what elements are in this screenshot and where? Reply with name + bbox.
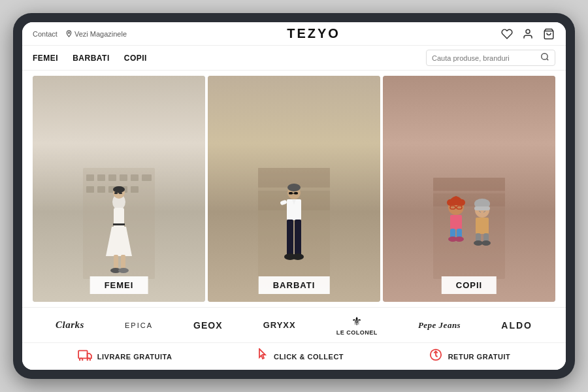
cart-icon[interactable] [542,27,555,41]
category-grid: FEMEI [22,71,566,307]
svg-rect-21 [119,192,122,194]
svg-point-33 [287,184,301,191]
svg-point-19 [113,186,125,193]
svg-rect-39 [287,220,293,255]
tablet-screen: Contact Vezi Magazinele TEZYO [22,22,566,370]
svg-rect-63 [476,218,489,234]
footer-livrare: LIVRARE GRATUITA [78,349,172,364]
brand-strip: Clarks EPICA GEOX GRYXX ⚜ LE COLONEL Pep… [22,307,566,343]
store-link[interactable]: Vezi Magazinele [65,30,127,38]
retur-label: RETUR GRATUIT [448,353,511,361]
barbati-label: BARBATI [259,276,330,294]
svg-point-48 [447,199,453,206]
truck-icon [78,349,92,364]
svg-rect-8 [108,174,116,181]
top-bar-left: Contact Vezi Magazinele [33,30,127,38]
brand-gryxx[interactable]: GRYXX [263,320,296,330]
return-icon [429,348,443,365]
svg-rect-34 [289,192,293,195]
footer-strip: LIVRARE GRATUITA CLICK & COLLECT [22,343,566,370]
contact-link[interactable]: Contact [33,30,57,38]
nav-barbati[interactable]: BARBATI [73,54,110,63]
svg-rect-10 [131,174,139,181]
femei-figure [83,168,155,279]
barbati-figure [258,168,330,279]
category-card-barbati[interactable]: BARBATI [208,76,380,302]
svg-point-0 [68,32,69,33]
svg-rect-6 [86,174,94,181]
store-label: Vezi Magazinele [74,30,127,38]
svg-rect-53 [450,215,462,229]
copii-label: COPII [442,276,497,294]
svg-rect-20 [114,192,118,194]
svg-rect-44 [433,178,505,279]
svg-rect-60 [474,206,490,210]
svg-rect-40 [295,220,301,255]
svg-line-4 [547,59,549,61]
brand-lecolonel[interactable]: ⚜ LE COLONEL [336,314,378,336]
click-collect-label: CLICK & COLLECT [274,353,344,361]
livrare-label: LIVRARE GRATUITA [97,353,172,361]
svg-rect-7 [97,174,105,181]
svg-rect-25 [114,255,118,269]
svg-point-67 [482,240,491,246]
svg-rect-12 [86,186,94,193]
location-icon [65,30,73,37]
femei-label: FEMEI [90,276,148,294]
svg-rect-13 [97,186,105,193]
svg-rect-68 [78,351,88,359]
main-content: FEMEI [22,71,566,370]
top-bar-icons [500,27,555,41]
svg-point-69 [80,358,83,361]
svg-rect-45 [433,178,505,191]
brand-clarks[interactable]: Clarks [56,319,84,331]
brand-geox[interactable]: GEOX [193,320,222,331]
svg-rect-24 [113,223,125,225]
search-icon[interactable] [540,52,549,63]
nav-links: FEMEI BARBATI COPII [33,54,147,63]
copii-figure [433,178,505,279]
nav-femei[interactable]: FEMEI [33,54,58,63]
search-input[interactable] [432,54,536,62]
footer-retur: RETUR GRATUIT [429,348,511,365]
wishlist-icon[interactable] [500,27,514,41]
brand-pepejeans[interactable]: Pepe Jeans [418,320,461,331]
svg-point-28 [118,268,129,273]
svg-point-42 [292,253,304,260]
footer-click-collect: CLICK & COLLECT [257,348,344,365]
site-logo: TEZYO [127,26,500,41]
category-card-copii[interactable]: COPII [383,76,555,302]
brand-aldo[interactable]: ALDO [501,320,532,331]
cursor-icon [257,348,269,365]
nav-copii[interactable]: COPII [124,54,147,63]
svg-rect-35 [294,192,298,195]
brand-epica[interactable]: EPICA [125,321,153,329]
svg-point-66 [474,240,483,246]
svg-rect-26 [121,255,125,269]
tablet-frame: Contact Vezi Magazinele TEZYO [13,13,575,379]
nav-bar: FEMEI BARBATI COPII [22,46,566,71]
svg-point-1 [526,29,530,33]
svg-rect-16 [131,186,139,193]
svg-point-70 [87,358,90,361]
svg-rect-9 [120,174,127,181]
svg-rect-11 [142,174,152,181]
top-bar: Contact Vezi Magazinele TEZYO [22,22,566,46]
svg-point-57 [455,237,464,242]
search-area[interactable] [426,50,555,66]
svg-rect-46 [433,193,505,206]
svg-point-49 [459,199,465,206]
account-icon[interactable] [521,27,534,41]
category-card-femei[interactable]: FEMEI [33,76,205,302]
svg-point-3 [542,54,547,59]
le-colonel-icon: ⚜ [351,314,362,329]
